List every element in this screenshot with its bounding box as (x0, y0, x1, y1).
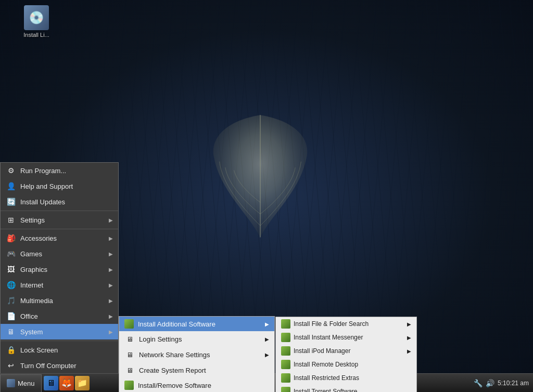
ipod-manager-icon (281, 346, 290, 356)
menu-item-lock[interactable]: 🔒 Lock Screen (1, 342, 118, 358)
install-file-search[interactable]: Install File & Folder Search ▶ (276, 317, 416, 331)
create-report-icon: 🖥 (124, 365, 135, 375)
torrent-label: Install Torrent Software (294, 388, 358, 392)
menu-item-run[interactable]: ⚙ Run Program... (1, 163, 118, 178)
settings-item-install-remove[interactable]: Install/Remove Software (119, 378, 274, 392)
install-ipod-manager[interactable]: Install iPod Manager ▶ (276, 344, 416, 358)
remote-desktop-label: Install Remote Desktop (294, 361, 358, 368)
internet-arrow: ▶ (109, 282, 113, 288)
taskbar-app-firefox[interactable]: 🦊 (59, 376, 74, 390)
menu-button-icon (7, 379, 15, 387)
login-icon: 🖥 (124, 334, 135, 344)
menu-item-games-label: Games (20, 250, 105, 258)
install-additional-arrow: ▶ (265, 321, 269, 327)
settings-arrow: ▶ (109, 217, 113, 223)
create-report-label: Create System Report (139, 367, 206, 374)
office-arrow: ▶ (109, 313, 113, 319)
menu-item-internet[interactable]: 🌐 Internet ▶ (1, 277, 118, 293)
menu-item-system[interactable]: 🖥 System ▶ (1, 324, 118, 339)
install-instant-messenger[interactable]: Install Instant Messenger ▶ (276, 331, 416, 344)
menu-item-lock-label: Lock Screen (20, 346, 113, 354)
menu-item-office[interactable]: 📄 Office ▶ (1, 308, 118, 324)
graphics-icon: 🖼 (6, 264, 16, 275)
desktop-icon-image: 💿 (24, 5, 49, 30)
office-icon: 📄 (6, 311, 16, 321)
menu-item-graphics[interactable]: 🖼 Graphics ▶ (1, 262, 118, 277)
settings-item-network-share[interactable]: 🖥 Network Share Settings ▶ (119, 347, 274, 362)
install-additional-label: Install Additional Software (138, 320, 215, 328)
remote-desktop-icon (281, 360, 290, 369)
menu-item-multimedia[interactable]: 🎵 Multimedia ▶ (1, 293, 118, 308)
run-icon: ⚙ (6, 165, 16, 176)
login-label: Login Settings (139, 335, 182, 343)
menu-button[interactable]: Menu (0, 374, 42, 392)
menu-divider-1 (1, 211, 118, 211)
restricted-extras-label: Install Restricted Extras (294, 374, 359, 382)
menu-item-turnoff[interactable]: ↩ Turn Off Computer (1, 358, 118, 373)
tray-time: 5:10:21 am (498, 380, 529, 387)
games-arrow: ▶ (109, 251, 113, 257)
desktop-icon-install[interactable]: 💿 Install Li... (16, 5, 57, 38)
system-icon: 🖥 (6, 326, 16, 337)
graphics-arrow: ▶ (109, 267, 113, 272)
menu-divider-2 (1, 229, 118, 229)
menu-item-settings-label: Settings (20, 216, 105, 224)
instant-messenger-label: Install Instant Messenger (294, 334, 363, 341)
install-restricted-extras[interactable]: Install Restricted Extras (276, 371, 416, 385)
menu-item-turnoff-label: Turn Off Computer (20, 362, 113, 370)
desktop-icon-label: Install Li... (23, 32, 49, 38)
menu-item-help[interactable]: 👤 Help and Support (1, 178, 118, 194)
tray-volume-icon[interactable]: 🔊 (486, 379, 494, 387)
install-updates-icon: 🔄 (6, 197, 16, 207)
taskbar-app-folder[interactable]: 📁 (75, 376, 90, 390)
ipod-manager-label: Install iPod Manager (294, 347, 350, 355)
login-arrow: ▶ (265, 336, 269, 342)
accessories-icon: 🎒 (6, 233, 16, 243)
menu-item-graphics-label: Graphics (20, 266, 105, 273)
start-menu: ⚙ Run Program... 👤 Help and Support 🔄 In… (0, 162, 119, 373)
file-search-icon (281, 319, 290, 329)
file-search-arrow: ▶ (407, 321, 411, 327)
menu-item-multimedia-label: Multimedia (20, 297, 105, 305)
file-search-label: Install File & Folder Search (294, 320, 369, 328)
taskbar-app-monitor[interactable]: 🖥 (44, 376, 58, 390)
menu-item-office-label: Office (20, 312, 105, 320)
system-arrow: ▶ (109, 329, 113, 335)
taskbar-tray: 🔧 🔊 5:10:21 am (469, 379, 533, 387)
tray-network-icon[interactable]: 🔧 (474, 379, 483, 387)
restricted-extras-icon (281, 373, 290, 383)
install-submenu: Install File & Folder Search ▶ Install I… (275, 317, 417, 392)
instant-messenger-arrow: ▶ (407, 335, 411, 341)
menu-button-label: Menu (18, 380, 35, 387)
menu-item-install-updates[interactable]: 🔄 Install Updates (1, 194, 118, 210)
menu-item-install-updates-label: Install Updates (20, 198, 113, 206)
ipod-manager-arrow: ▶ (407, 348, 411, 354)
games-icon: 🎮 (6, 249, 16, 259)
menu-item-internet-label: Internet (20, 281, 105, 289)
settings-icon: ⊞ (6, 215, 16, 225)
desktop-feather (156, 104, 364, 260)
menu-item-settings[interactable]: ⊞ Settings ▶ (1, 212, 118, 228)
menu-item-help-label: Help and Support (20, 182, 113, 190)
network-share-label: Network Share Settings (139, 351, 210, 359)
settings-item-create-report[interactable]: 🖥 Create System Report (119, 362, 274, 378)
internet-icon: 🌐 (6, 280, 16, 290)
install-additional-icon (124, 319, 134, 329)
lock-icon: 🔒 (6, 345, 16, 355)
instant-messenger-icon (281, 333, 290, 342)
menu-item-accessories-label: Accessories (20, 234, 105, 242)
settings-submenu: Install Additional Software ▶ Install Fi… (119, 316, 275, 392)
install-remove-label: Install/Remove Software (138, 382, 211, 389)
settings-item-install-additional[interactable]: Install Additional Software ▶ Install Fi… (119, 317, 274, 331)
turnoff-icon: ↩ (6, 360, 16, 371)
accessories-arrow: ▶ (109, 236, 113, 241)
settings-item-login[interactable]: 🖥 Login Settings ▶ (119, 331, 274, 347)
menu-item-games[interactable]: 🎮 Games ▶ (1, 246, 118, 262)
network-share-icon: 🖥 (124, 349, 135, 360)
desktop: 💿 Install Li... ⚙ Run (0, 0, 533, 392)
multimedia-arrow: ▶ (109, 298, 113, 304)
install-torrent[interactable]: Install Torrent Software (276, 385, 416, 392)
menu-item-accessories[interactable]: 🎒 Accessories ▶ (1, 230, 118, 246)
menu-item-system-label: System (20, 328, 105, 336)
install-remote-desktop[interactable]: Install Remote Desktop (276, 358, 416, 371)
